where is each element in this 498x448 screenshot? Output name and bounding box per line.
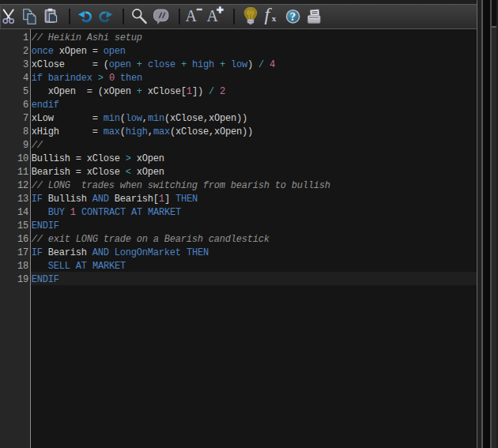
svg-text:?: ? <box>290 10 296 23</box>
svg-text:x: x <box>272 13 277 23</box>
svg-text:A: A <box>186 7 198 24</box>
